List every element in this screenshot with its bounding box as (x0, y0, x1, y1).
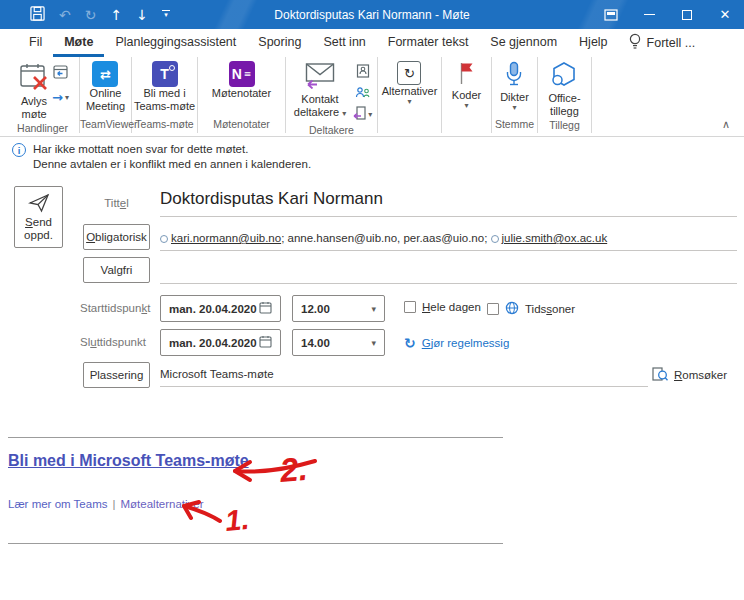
required-button[interactable]: Obligatorisk (83, 224, 150, 250)
send-update-button[interactable]: Send oppd. (14, 186, 63, 248)
infobar-line1: Har ikke mottatt noen svar for dette møt… (33, 142, 311, 157)
optional-button[interactable]: Valgfri (83, 257, 150, 283)
infobar-line2: Denne avtalen er i konflikt med en annen… (33, 157, 311, 172)
office-addins-button[interactable]: Office- tillegg (545, 60, 583, 119)
info-icon: i (12, 143, 26, 157)
end-date-picker[interactable]: man. 20.04.2020 (160, 329, 281, 356)
group-label-stemme: Stemme (492, 118, 537, 133)
forward-caret-icon: ▾ (65, 94, 69, 102)
group-label-teamviewer: TeamViewer (80, 118, 131, 133)
title-label: Tittel (83, 197, 150, 209)
ribbon-display-options-icon[interactable] (592, 0, 630, 29)
tell-me-label: Fortell ... (647, 36, 696, 50)
start-date-picker[interactable]: man. 20.04.2020 (160, 295, 281, 322)
alternativer-caret-icon: ▾ (407, 98, 411, 106)
start-time-label: Starttidspunkt (80, 302, 150, 314)
tab-formater-tekst[interactable]: Formater tekst (377, 29, 480, 57)
annotation-label-2: 2. (277, 450, 309, 489)
tab-fil[interactable]: Fil (18, 29, 53, 57)
save-icon[interactable] (30, 6, 45, 23)
recipient-1[interactable]: kari.normann@uib.no (171, 232, 281, 244)
group-tillegg: Office- tillegg Tillegg (538, 57, 592, 133)
calendar-icon (259, 335, 272, 350)
dictate-caret-icon: ▾ (512, 104, 516, 112)
minimize-icon[interactable] (630, 0, 668, 29)
learn-more-link[interactable]: Lær mer om Teams (8, 498, 107, 510)
forward-arrow-icon: → (52, 90, 63, 105)
alternativer-button[interactable]: ↻ Alternativer ▾ (379, 60, 441, 107)
group-label-handlinger: Handlinger (6, 122, 79, 134)
forward-button[interactable]: → ▾ (52, 90, 69, 105)
sync-options-icon: ↻ (397, 61, 421, 85)
close-icon[interactable]: ✕ (706, 0, 744, 29)
timezones-checkbox[interactable] (487, 303, 499, 315)
meeting-window: ↶ ↻ ↑ ↓ ▾ Doktordisputas Kari Normann - … (0, 0, 744, 600)
tab-planleggingsassistent[interactable]: Planleggingsassistent (104, 29, 247, 57)
envelope-icon (305, 61, 335, 93)
cancel-meeting-icon (19, 61, 49, 95)
respond-icon (353, 106, 366, 124)
optional-field-underline (160, 283, 737, 284)
chevron-down-icon: ▾ (371, 305, 376, 313)
group-koder: Koder ▾ (442, 57, 492, 133)
recipient-3[interactable]: julie.smith@ox.ac.uk (502, 232, 608, 244)
koder-button[interactable]: Koder ▾ (449, 60, 484, 111)
send-icon (28, 193, 50, 215)
move-down-icon[interactable]: ↓ (136, 8, 148, 22)
microphone-icon (504, 61, 524, 91)
recurrence-icon: ↻ (404, 335, 416, 351)
group-deltakere: Kontakt deltakere ▾ ▾ (286, 57, 378, 133)
annotation-overlay: 2. 1. (150, 440, 350, 545)
location-field-underline (160, 386, 648, 387)
customize-qat-icon[interactable]: ▾ (162, 10, 170, 20)
respond-button[interactable]: ▾ (353, 106, 372, 124)
dictate-button[interactable]: Dikter ▾ (497, 60, 532, 113)
required-recipients[interactable]: kari.normann@uib.no; anne.hansen@uib.no,… (160, 232, 607, 244)
quick-access-toolbar: ↶ ↻ ↑ ↓ ▾ (30, 0, 170, 29)
group-handlinger: Avlys møte → ▾ Handlinger (6, 57, 80, 133)
start-time-dropdown[interactable]: 12.00 ▾ (292, 295, 385, 322)
meeting-notes-button[interactable]: N≡ Møtenotater (209, 60, 274, 101)
tab-mote[interactable]: Møte (53, 29, 104, 57)
group-alternativer: ↻ Alternativer ▾ (378, 57, 442, 133)
recipient-2[interactable]: anne.hansen@uib.no, per.aas@uio.no; (288, 232, 491, 244)
tab-sett-inn[interactable]: Sett inn (312, 29, 376, 57)
online-meeting-button[interactable]: ⇄ Online Meeting (83, 60, 128, 114)
contact-card-icon[interactable] (356, 64, 370, 82)
location-button[interactable]: Plassering (83, 362, 150, 388)
cancel-meeting-button[interactable]: Avlys møte (16, 60, 52, 122)
all-day-checkbox[interactable] (404, 301, 416, 313)
location-value[interactable]: Microsoft Teams-møte (160, 368, 274, 380)
undo-icon: ↶ (59, 8, 71, 22)
redo-icon: ↻ (85, 8, 97, 22)
maximize-icon[interactable] (668, 0, 706, 29)
group-label-teams-mote: Teams-møte (132, 118, 197, 133)
mini-calendar-icon[interactable] (53, 64, 68, 83)
move-up-icon[interactable]: ↑ (110, 8, 122, 22)
make-recurring-link[interactable]: ↻ Gjør regelmessig (404, 335, 509, 351)
tab-sporing[interactable]: Sporing (247, 29, 312, 57)
group-label-tillegg: Tillegg (538, 119, 591, 133)
room-finder-link[interactable]: Romsøker (652, 366, 727, 384)
tab-se-gjennom[interactable]: Se gjennom (479, 29, 568, 57)
ribbon-tabs: Fil Møte Planleggingsassistent Sporing S… (0, 29, 744, 57)
end-time-label: Sluttidspunkt (80, 336, 146, 348)
globe-icon (505, 301, 519, 317)
teams-icon: T (152, 61, 178, 87)
contact-attendees-button[interactable]: Kontakt deltakere ▾ (291, 60, 349, 120)
group-label-koder (442, 118, 491, 133)
koder-caret-icon: ▾ (464, 102, 468, 110)
presence-icon (491, 235, 499, 243)
calendar-icon (259, 301, 272, 316)
lightbulb-icon (629, 33, 641, 53)
tell-me-box[interactable]: Fortell ... (619, 29, 706, 57)
infobar: i Har ikke mottatt noen svar for dette m… (12, 142, 311, 172)
all-day-option[interactable]: Hele dagen (404, 301, 481, 313)
collapse-ribbon-icon[interactable]: ∧ (722, 118, 730, 131)
join-teams-meeting-button[interactable]: T Bli med i Teams-møte (131, 60, 198, 114)
title-value[interactable]: Doktordisputas Kari Normann (160, 189, 383, 209)
add-person-icon[interactable] (355, 85, 370, 103)
end-time-dropdown[interactable]: 14.00 ▾ (292, 329, 385, 356)
tab-hjelp[interactable]: Hjelp (568, 29, 619, 57)
timezones-option[interactable]: Tidssoner (487, 301, 575, 317)
